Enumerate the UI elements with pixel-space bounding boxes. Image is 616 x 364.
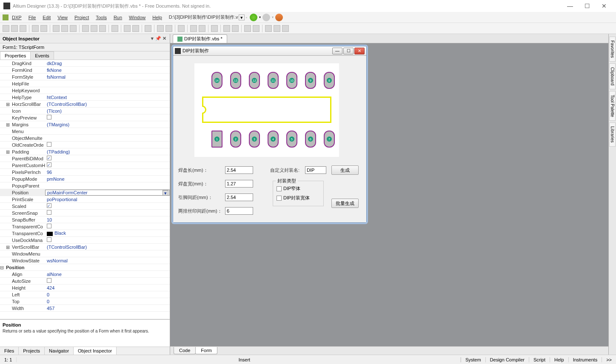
print-icon[interactable]: [32, 25, 39, 32]
form-close-button[interactable]: ✕: [354, 48, 365, 54]
property-row[interactable]: KeyPreview: [0, 114, 170, 121]
tool2-icon[interactable]: [190, 25, 197, 32]
property-value[interactable]: [45, 237, 170, 243]
redo-icon[interactable]: [132, 25, 139, 32]
device-icon[interactable]: [61, 25, 68, 32]
property-value[interactable]: (TIcon): [45, 108, 170, 114]
property-value[interactable]: [45, 156, 170, 161]
property-value[interactable]: 457: [45, 306, 170, 311]
property-row[interactable]: Width457: [0, 305, 170, 312]
pause-icon[interactable]: [165, 25, 172, 32]
property-value[interactable]: (TControlScrollBar): [45, 245, 170, 250]
maximize-button[interactable]: ☐: [579, 3, 596, 9]
checkbox-icon[interactable]: [47, 210, 51, 215]
minimize-button[interactable]: —: [562, 3, 579, 9]
list1-icon[interactable]: [244, 25, 251, 32]
batch-generate-button[interactable]: 批量生成: [331, 199, 359, 208]
property-row[interactable]: ParentBiDiMod: [0, 155, 170, 162]
paste-icon[interactable]: [99, 25, 106, 32]
property-row[interactable]: Menu: [0, 128, 170, 135]
list2-icon[interactable]: [253, 25, 260, 32]
outdent-icon[interactable]: [232, 25, 239, 32]
copy-icon[interactable]: [91, 25, 97, 32]
doc-icon[interactable]: [70, 25, 77, 32]
input-pad-width[interactable]: [225, 180, 253, 188]
property-row[interactable]: Padding(TPadding): [0, 148, 170, 155]
input-custom-name[interactable]: [305, 166, 326, 174]
dropdown-icon[interactable]: ▾: [163, 190, 168, 196]
property-row[interactable]: VertScrollBar(TControlScrollBar): [0, 244, 170, 250]
property-row[interactable]: OldCreateOrde: [0, 142, 170, 148]
tab-properties[interactable]: Properties: [0, 51, 31, 60]
property-row[interactable]: PrintScalepoProportional: [0, 196, 170, 203]
check-wide[interactable]: DIP封装宽体: [277, 195, 310, 201]
checkbox-icon[interactable]: [47, 203, 51, 208]
status-help[interactable]: Help: [550, 357, 568, 362]
property-value[interactable]: [45, 162, 170, 168]
property-row[interactable]: ParentCustomH: [0, 162, 170, 169]
form-titlebar[interactable]: DIP封装制作 — ☐ ✕: [173, 46, 366, 56]
tab-events[interactable]: Events: [30, 51, 54, 60]
panel-close-icon[interactable]: ✕: [161, 36, 167, 41]
property-row[interactable]: AutoSize: [0, 278, 170, 284]
property-value[interactable]: [45, 224, 170, 229]
rtab-favorites[interactable]: Favorites: [609, 37, 616, 62]
property-value[interactable]: [45, 203, 170, 209]
property-row[interactable]: Left0: [0, 291, 170, 298]
property-value[interactable]: 0: [45, 299, 170, 304]
menu-edit[interactable]: Edit: [39, 14, 54, 21]
input-pin-pitch[interactable]: [225, 193, 253, 201]
rtab-clipboard[interactable]: Clipboard: [609, 63, 616, 89]
property-value[interactable]: wsNormal: [45, 258, 170, 263]
checkbox-icon[interactable]: [47, 115, 51, 119]
panel-dropdown-icon[interactable]: ▾: [149, 36, 155, 41]
property-value[interactable]: (TPadding): [45, 149, 170, 154]
input-silk-gap[interactable]: [225, 207, 253, 215]
tool3-icon[interactable]: [199, 25, 205, 32]
checkbox-icon[interactable]: [47, 224, 51, 228]
property-row[interactable]: Margins(TMargins): [0, 121, 170, 128]
property-row[interactable]: PopupParent: [0, 182, 170, 189]
tab-files[interactable]: Files: [0, 347, 19, 355]
new-icon[interactable]: [3, 25, 9, 32]
property-value[interactable]: htContext: [45, 95, 170, 100]
form-name-label[interactable]: Form1: TScriptForm: [0, 43, 170, 51]
status-script[interactable]: Script: [529, 357, 550, 362]
checkbox-icon[interactable]: [47, 162, 51, 167]
property-row[interactable]: HelpKeyword: [0, 87, 170, 94]
property-row[interactable]: ScreenSnap: [0, 210, 170, 216]
property-row[interactable]: ObjectMenuIte: [0, 135, 170, 142]
checkbox-icon[interactable]: [47, 156, 51, 160]
tab-object-inspector[interactable]: Object Inspector: [74, 347, 117, 355]
close-button[interactable]: ✕: [596, 3, 613, 9]
property-value[interactable]: dkDrag: [45, 61, 170, 66]
doc1-icon[interactable]: [265, 25, 272, 32]
document-tab[interactable]: DIP封装制作.vbs *: [173, 34, 227, 43]
property-value[interactable]: [45, 278, 170, 284]
property-row[interactable]: HorzScrollBar(TControlScrollBar): [0, 101, 170, 108]
nav-back-dd[interactable]: ▾: [259, 15, 261, 19]
preview-icon[interactable]: [40, 25, 47, 32]
form-designer-window[interactable]: DIP封装制作 — ☐ ✕ 141312111098 1234567 焊盘长(m…: [173, 46, 367, 223]
property-row[interactable]: DragKinddkDrag: [0, 60, 170, 67]
select-icon[interactable]: [111, 25, 118, 32]
check-narrow[interactable]: DIP窄体: [277, 185, 300, 192]
property-grid[interactable]: DragKinddkDragFormKindfkNoneFormStylefsN…: [0, 60, 170, 319]
property-row[interactable]: UseDockMana: [0, 237, 170, 244]
property-row[interactable]: WindowStatewsNormal: [0, 257, 170, 264]
rtab-tool-palette[interactable]: Tool Palette: [609, 91, 616, 121]
property-row[interactable]: HelpFile: [0, 80, 170, 87]
form-maximize-button[interactable]: ☐: [343, 48, 354, 54]
status-more[interactable]: >>: [602, 357, 616, 362]
menu-dxp[interactable]: DXP: [9, 14, 25, 21]
tab-navigator[interactable]: Navigator: [45, 347, 74, 355]
property-row[interactable]: FormKindfkNone: [0, 67, 170, 74]
menu-tools[interactable]: Tools: [92, 14, 110, 21]
property-value[interactable]: alNone: [45, 272, 170, 277]
rtab-libraries[interactable]: Libraries: [609, 122, 616, 146]
property-row[interactable]: PixelsPerInch96: [0, 169, 170, 176]
indent-icon[interactable]: [223, 25, 230, 32]
property-value[interactable]: 0: [45, 292, 170, 297]
property-row[interactable]: AlignalNone: [0, 271, 170, 278]
property-value[interactable]: poMainFormCenter▾: [45, 190, 170, 196]
